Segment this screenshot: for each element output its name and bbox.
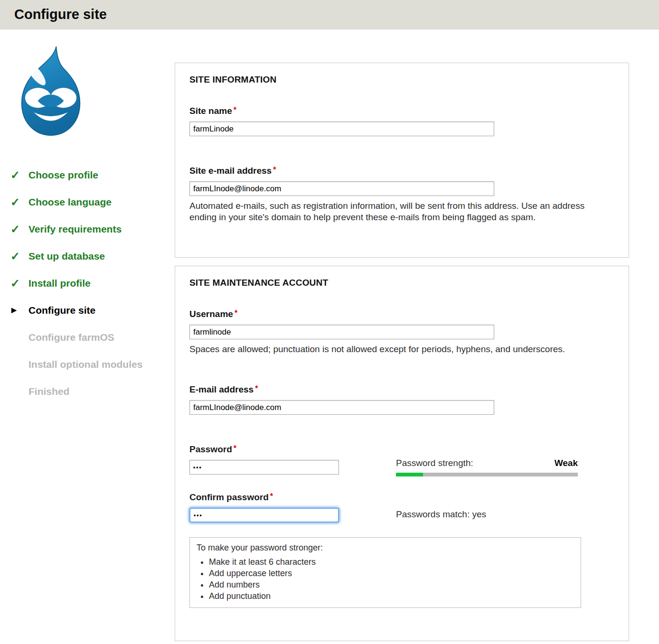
sidebar-item-configure-site: ▶ Configure site	[10, 304, 175, 317]
password-suggestion-item: Add punctuation	[209, 590, 574, 602]
password-suggestion-item: Make it at least 6 characters	[209, 556, 574, 568]
install-steps: ✓ Choose profile ✓ Choose language ✓ Ver…	[10, 168, 175, 398]
site-information-title: SITE INFORMATION	[189, 75, 614, 85]
account-email-label: E-mail address*	[189, 384, 614, 395]
sidebar: ✓ Choose profile ✓ Choose language ✓ Ver…	[0, 29, 175, 644]
site-information-fieldset: SITE INFORMATION Site name* Site e-mail …	[175, 63, 629, 258]
required-asterisk: *	[255, 384, 258, 392]
password-suggestions-title: To make your password stronger:	[197, 542, 574, 553]
passwords-match-status: Passwords match: yes	[396, 492, 578, 523]
sidebar-item-label: Install profile	[28, 277, 91, 289]
required-asterisk: *	[235, 309, 237, 317]
confirm-password-field: Confirm password*	[189, 492, 396, 523]
sidebar-item-label: Install optional modules	[28, 358, 142, 371]
sidebar-item-finished: Finished	[10, 385, 175, 398]
check-icon: ✓	[10, 223, 28, 235]
page-header: Configure site	[0, 0, 659, 29]
site-maintenance-title: SITE MAINTENANCE ACCOUNT	[189, 278, 614, 288]
account-email-input[interactable]	[189, 400, 494, 415]
sidebar-item-configure-farmos: Configure farmOS	[10, 331, 175, 344]
check-icon: ✓	[10, 250, 28, 262]
sidebar-item-label: Verify requirements	[28, 223, 122, 235]
site-maintenance-fieldset: SITE MAINTENANCE ACCOUNT Username* Space…	[175, 266, 629, 641]
account-email-field: E-mail address*	[189, 384, 614, 415]
sidebar-item-label: Configure site	[28, 304, 95, 317]
sidebar-item-verify-requirements: ✓ Verify requirements	[10, 223, 175, 235]
password-row: Password* Password strength: Weak	[189, 444, 614, 476]
sidebar-item-choose-language: ✓ Choose language	[10, 196, 175, 208]
check-icon: ✓	[10, 196, 28, 208]
password-strength-label: Password strength:	[396, 458, 473, 468]
password-strength-level: Weak	[555, 458, 578, 468]
confirm-password-label: Confirm password*	[189, 492, 396, 503]
druplicon-icon	[12, 44, 89, 140]
password-input[interactable]	[189, 460, 339, 475]
active-step-arrow-icon: ▶	[10, 304, 28, 317]
required-asterisk: *	[234, 106, 236, 114]
password-suggestions-box: To make your password stronger: Make it …	[189, 537, 581, 608]
password-field: Password*	[189, 444, 396, 476]
site-name-label: Site name*	[189, 106, 614, 116]
confirm-password-row: Confirm password* Passwords match: yes	[189, 492, 614, 523]
confirm-password-input[interactable]	[189, 508, 339, 523]
page-title: Configure site	[14, 7, 107, 22]
sidebar-item-set-up-database: ✓ Set up database	[10, 250, 175, 262]
password-strength-indicator: Password strength: Weak	[396, 444, 578, 476]
username-input[interactable]	[189, 325, 494, 339]
required-asterisk: *	[270, 492, 273, 500]
sidebar-item-label: Choose profile	[28, 168, 98, 181]
passwords-match-label: Passwords match:	[396, 509, 470, 519]
passwords-match-value: yes	[472, 509, 487, 519]
password-label: Password*	[189, 444, 396, 455]
site-email-label: Site e-mail address*	[189, 166, 614, 176]
site-name-field: Site name*	[189, 106, 614, 136]
required-asterisk: *	[273, 166, 276, 174]
sidebar-item-install-profile: ✓ Install profile	[10, 277, 175, 289]
username-description: Spaces are allowed; punctuation is not a…	[189, 344, 579, 355]
sidebar-item-label: Configure farmOS	[28, 331, 114, 344]
password-suggestion-item: Add uppercase letters	[209, 568, 574, 579]
sidebar-item-install-optional-modules: Install optional modules	[10, 358, 175, 371]
site-email-field: Site e-mail address* Automated e-mails, …	[189, 166, 614, 223]
password-suggestions-list: Make it at least 6 characters Add upperc…	[209, 556, 574, 602]
site-email-input[interactable]	[189, 181, 494, 196]
site-email-description: Automated e-mails, such as registration …	[189, 200, 598, 223]
main-content: SITE INFORMATION Site name* Site e-mail …	[175, 29, 629, 644]
check-icon: ✓	[10, 168, 28, 181]
sidebar-item-label: Choose language	[28, 196, 112, 208]
username-field: Username* Spaces are allowed; punctuatio…	[189, 309, 614, 355]
password-suggestion-item: Add numbers	[209, 579, 574, 590]
check-icon: ✓	[10, 277, 28, 289]
required-asterisk: *	[234, 444, 236, 452]
sidebar-item-label: Finished	[28, 385, 69, 398]
password-strength-fill	[396, 473, 423, 476]
site-name-input[interactable]	[189, 121, 494, 136]
username-label: Username*	[189, 309, 614, 319]
password-strength-bar	[396, 473, 578, 476]
sidebar-item-label: Set up database	[28, 250, 105, 262]
sidebar-item-choose-profile: ✓ Choose profile	[10, 168, 175, 181]
drupal-logo	[12, 44, 89, 142]
